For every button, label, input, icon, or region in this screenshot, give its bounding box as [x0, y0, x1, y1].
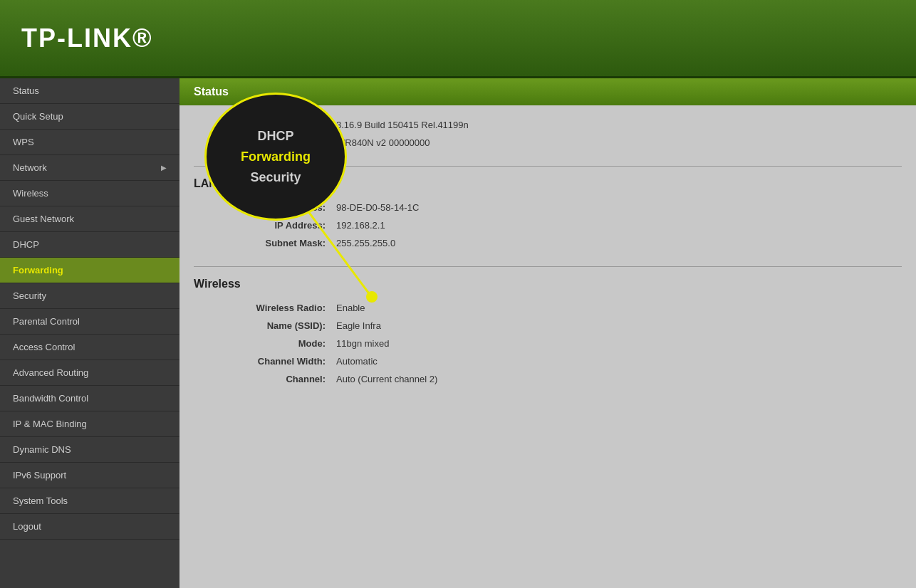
sidebar-item-status[interactable]: Status [0, 78, 179, 104]
sidebar-item-wireless[interactable]: Wireless [0, 181, 179, 206]
page-title: Status [179, 78, 916, 105]
divider-1 [194, 166, 902, 167]
sidebar-item-advanced-routing[interactable]: Advanced Routing [0, 360, 179, 386]
logo: TP-LINK® [21, 23, 153, 53]
firmware-label: Firmware Version: [194, 120, 336, 130]
mac-label: MAC Address: [194, 202, 336, 213]
radio-label: Wireless Radio: [194, 303, 336, 313]
channel-value: Auto (Current channel 2) [336, 374, 437, 384]
sidebar-item-label: IP & MAC Binding [13, 419, 87, 429]
sidebar-item-label: Bandwidth Control [13, 393, 88, 404]
channel-label: Channel: [194, 374, 336, 384]
sidebar-item-guest-network[interactable]: Guest Network [0, 206, 179, 232]
sidebar-item-security[interactable]: Security [0, 283, 179, 309]
sidebar-item-parental-control[interactable]: Parental Control [0, 309, 179, 335]
sidebar-item-label: Wireless [13, 188, 48, 199]
ip-row: IP Address: 192.168.2.1 [194, 216, 902, 234]
sidebar-arrow-icon: ▶ [161, 164, 167, 172]
ssid-label: Name (SSID): [194, 320, 336, 331]
sidebar-item-label: Security [13, 290, 46, 301]
channel-width-row: Channel Width: Automatic [194, 352, 902, 370]
mode-label: Mode: [194, 338, 336, 349]
sidebar-item-network[interactable]: Network▶ [0, 155, 179, 181]
subnet-label: Subnet Mask: [194, 238, 336, 248]
sidebar-item-label: Network [13, 162, 47, 173]
lan-section: LAN MAC Address: 98-DE-D0-58-14-1C IP Ad… [194, 177, 902, 252]
ssid-value: Eagle Infra [336, 320, 381, 331]
sidebar-item-wps[interactable]: WPS [0, 130, 179, 155]
header: TP-LINK® [0, 0, 916, 78]
sidebar-item-label: Advanced Routing [13, 367, 88, 378]
ip-label: IP Address: [194, 220, 336, 231]
sidebar-item-label: Access Control [13, 342, 75, 352]
sidebar-item-label: System Tools [13, 495, 68, 506]
sidebar-item-label: DHCP [13, 239, 39, 250]
hardware-label: Hardware Version: [194, 137, 336, 148]
sidebar-item-label: Parental Control [13, 316, 80, 327]
firmware-row: Firmware Version: 3.16.9 Build 150415 Re… [194, 116, 902, 134]
subnet-value: 255.255.255.0 [336, 238, 395, 248]
mode-row: Mode: 11bgn mixed [194, 335, 902, 352]
channel-width-value: Automatic [336, 356, 378, 367]
sidebar-item-label: Guest Network [13, 214, 74, 224]
sidebar-item-label: Logout [13, 521, 41, 532]
sidebar-item-ipv6-support[interactable]: IPv6 Support [0, 463, 179, 488]
sidebar-item-label: Dynamic DNS [13, 444, 71, 455]
ip-value: 192.168.2.1 [336, 220, 385, 231]
ssid-row: Name (SSID): Eagle Infra [194, 317, 902, 335]
sidebar-item-access-control[interactable]: Access Control [0, 335, 179, 360]
hardware-row: Hardware Version: WR840N v2 00000000 [194, 134, 902, 152]
firmware-value: 3.16.9 Build 150415 Rel.41199n [336, 120, 469, 130]
sidebar-item-label: Status [13, 85, 39, 96]
main-content: Status Firmware Version: 3.16.9 Build 15… [179, 78, 916, 588]
mac-value: 98-DE-D0-58-14-1C [336, 202, 419, 213]
sidebar-item-dhcp[interactable]: DHCP [0, 232, 179, 258]
divider-2 [194, 266, 902, 267]
layout: StatusQuick SetupWPSNetwork▶WirelessGues… [0, 78, 916, 588]
lan-title: LAN [194, 177, 902, 190]
system-info-section: Firmware Version: 3.16.9 Build 150415 Re… [194, 116, 902, 152]
channel-row: Channel: Auto (Current channel 2) [194, 370, 902, 388]
logo-name: TP-LINK [21, 23, 132, 53]
hardware-value: WR840N v2 00000000 [336, 137, 430, 148]
channel-width-label: Channel Width: [194, 356, 336, 367]
content-area: Firmware Version: 3.16.9 Build 150415 Re… [179, 105, 916, 413]
mac-row: MAC Address: 98-DE-D0-58-14-1C [194, 199, 902, 216]
sidebar-item-label: IPv6 Support [13, 470, 66, 481]
logo-reg: ® [132, 23, 153, 53]
subnet-row: Subnet Mask: 255.255.255.0 [194, 234, 902, 252]
sidebar-item-label: WPS [13, 137, 34, 147]
sidebar-item-quick-setup[interactable]: Quick Setup [0, 104, 179, 130]
sidebar-item-bandwidth-control[interactable]: Bandwidth Control [0, 386, 179, 411]
wireless-section: Wireless Wireless Radio: Enable Name (SS… [194, 278, 902, 388]
sidebar-item-system-tools[interactable]: System Tools [0, 488, 179, 514]
sidebar-item-label: Quick Setup [13, 111, 63, 122]
radio-value: Enable [336, 303, 365, 313]
sidebar-item-dynamic-dns[interactable]: Dynamic DNS [0, 437, 179, 463]
sidebar-item-ip-mac-binding[interactable]: IP & MAC Binding [0, 411, 179, 437]
sidebar: StatusQuick SetupWPSNetwork▶WirelessGues… [0, 78, 179, 588]
mode-value: 11bgn mixed [336, 338, 389, 349]
radio-row: Wireless Radio: Enable [194, 299, 902, 317]
wireless-title: Wireless [194, 278, 902, 290]
sidebar-item-label: Forwarding [13, 265, 63, 275]
sidebar-item-logout[interactable]: Logout [0, 514, 179, 540]
sidebar-item-forwarding[interactable]: Forwarding [0, 258, 179, 283]
